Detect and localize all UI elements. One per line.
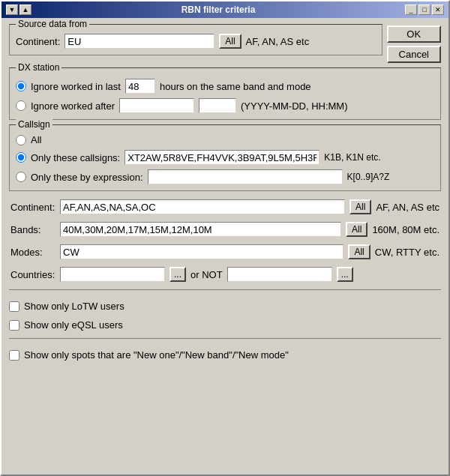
filter-modes-label: Modes:: [10, 247, 56, 258]
titlebar-btn-up[interactable]: ▲: [20, 4, 32, 15]
continent-all-button[interactable]: All: [219, 34, 241, 49]
filter-rows: Continent: All AF, AN, AS etc Bands: All…: [9, 196, 441, 282]
ignore-last-row: Ignore worked in last hours on the same …: [16, 79, 434, 94]
lotw-row: Show only LoTW users: [9, 301, 441, 312]
new-ones-row: Show only spots that are "New one"/"New …: [9, 349, 441, 361]
callsign-hint: K1B, K1N etc.: [324, 152, 380, 163]
expression-hint: K[0..9]A?Z: [347, 172, 390, 182]
hours-input[interactable]: [125, 79, 155, 94]
ignore-after-radio[interactable]: [16, 100, 26, 111]
lotw-label: Show only LoTW users: [24, 301, 124, 312]
filter-continent-hint: AF, AN, AS etc: [376, 202, 440, 213]
countries-ellipsis-button[interactable]: ...: [170, 267, 186, 282]
titlebar-right-controls: _ □ ✕: [405, 4, 444, 15]
ok-button[interactable]: OK: [387, 25, 441, 43]
filter-continent-input[interactable]: [60, 199, 345, 214]
content-area: Source data from Continent: All AF, AN, …: [2, 18, 448, 475]
filter-countries-label: Countries:: [10, 269, 56, 280]
titlebar: ▼ ▲ RBN filter criteria _ □ ✕: [2, 1, 448, 18]
filter-bands-hint: 160M, 80M etc.: [372, 224, 440, 235]
countries2-ellipsis-button[interactable]: ...: [337, 267, 353, 282]
filter-bands-all-button[interactable]: All: [346, 222, 368, 237]
source-label: Source data from: [16, 19, 89, 29]
ignore-last-label: Ignore worked in last: [31, 81, 121, 92]
top-area: Source data from Continent: All AF, AN, …: [9, 24, 441, 63]
dx-station-section: DX station Ignore worked in last hours o…: [9, 67, 441, 120]
divider2: [9, 338, 441, 339]
only-these-radio[interactable]: [16, 152, 26, 163]
expression-label: Only these by expression:: [31, 172, 143, 183]
titlebar-left-controls: ▼ ▲: [6, 4, 32, 15]
dx-section-inner: Ignore worked in last hours on the same …: [16, 73, 434, 113]
filter-countries-input[interactable]: [60, 267, 165, 282]
continent-hint: AF, AN, AS etc: [246, 36, 310, 47]
cancel-button[interactable]: Cancel: [387, 46, 441, 63]
or-not-label: or NOT: [190, 269, 223, 280]
continent-label: Continent:: [16, 36, 60, 47]
close-button[interactable]: ✕: [432, 4, 444, 15]
lotw-checkbox[interactable]: [9, 301, 20, 312]
date-hint: (YYYY-MM-DD, HH:MM): [241, 100, 348, 112]
dx-station-label: DX station: [16, 62, 62, 73]
callsign-inner: All Only these callsigns: K1B, K1N etc. …: [16, 134, 434, 184]
expression-radio[interactable]: [16, 172, 26, 182]
only-these-label: Only these callsigns:: [31, 152, 120, 163]
filter-continent-label: Continent:: [10, 202, 56, 213]
new-ones-checkbox[interactable]: [9, 350, 20, 361]
window-title: RBN filter criteria: [32, 4, 405, 15]
ignore-after-label: Ignore worked after: [31, 100, 115, 112]
filter-bands-row: Bands: All 160M, 80M etc.: [10, 222, 440, 237]
time-input[interactable]: [199, 98, 236, 113]
filter-countries2-input[interactable]: [227, 267, 332, 282]
source-section: Source data from Continent: All AF, AN, …: [9, 24, 382, 55]
filter-continent-all-button[interactable]: All: [350, 199, 371, 214]
main-window: ▼ ▲ RBN filter criteria _ □ ✕ Source dat…: [0, 0, 450, 476]
maximize-button[interactable]: □: [418, 4, 430, 15]
callsign-all-radio[interactable]: [16, 135, 26, 145]
filter-countries-row: Countries: ... or NOT ...: [10, 267, 440, 282]
continent-row: Continent: All AF, AN, AS etc: [16, 34, 376, 49]
callsign-section: Callsign All Only these callsigns: K1B, …: [9, 124, 441, 191]
filter-modes-input[interactable]: [60, 244, 344, 259]
hours-suffix: hours on the same band and mode: [160, 81, 311, 92]
filter-bands-label: Bands:: [10, 224, 56, 235]
minimize-button[interactable]: _: [405, 4, 417, 15]
filter-continent-row: Continent: All AF, AN, AS etc: [10, 199, 440, 214]
divider1: [9, 289, 441, 290]
only-these-row: Only these callsigns: K1B, K1N etc.: [16, 150, 434, 165]
filter-modes-all-button[interactable]: All: [348, 244, 370, 259]
filter-modes-hint: CW, RTTY etc.: [375, 247, 440, 258]
eqsl-checkbox[interactable]: [9, 320, 20, 331]
continent-input[interactable]: [64, 34, 214, 49]
ignore-after-row: Ignore worked after (YYYY-MM-DD, HH:MM): [16, 98, 434, 113]
titlebar-btn-down[interactable]: ▼: [6, 4, 18, 15]
eqsl-label: Show only eQSL users: [24, 319, 123, 331]
callsign-all-row: All: [16, 134, 434, 145]
eqsl-row: Show only eQSL users: [9, 319, 441, 331]
callsign-label: Callsign: [16, 119, 52, 130]
expression-row: Only these by expression: K[0..9]A?Z: [16, 169, 434, 184]
date-input[interactable]: [119, 98, 194, 113]
new-ones-label: Show only spots that are "New one"/"New …: [24, 349, 289, 361]
filter-bands-input[interactable]: [60, 222, 341, 237]
callsign-all-label: All: [31, 134, 41, 145]
expression-input[interactable]: [148, 169, 343, 184]
buttons-area: OK Cancel: [387, 25, 441, 63]
filter-modes-row: Modes: All CW, RTTY etc.: [10, 244, 440, 259]
callsign-input[interactable]: [124, 150, 320, 165]
ignore-last-radio[interactable]: [16, 81, 26, 91]
